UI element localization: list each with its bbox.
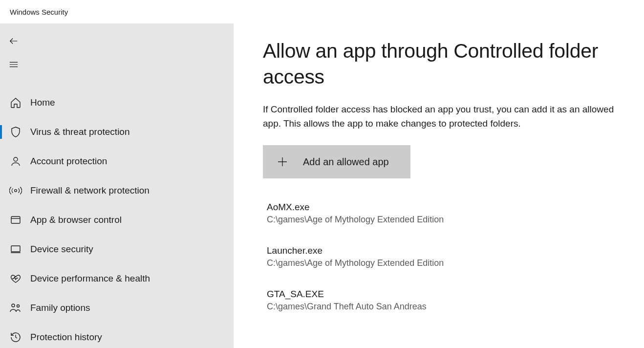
family-icon [9,301,22,315]
titlebar: Windows Security [0,0,644,23]
sidebar-item-label: Virus & threat protection [30,127,129,137]
svg-point-1 [15,190,17,192]
page-description: If Controlled folder access has blocked … [263,102,621,131]
sidebar-item-performance[interactable]: Device performance & health [0,264,234,293]
list-item[interactable]: Launcher.exe C:\games\Age of Mythology E… [263,245,621,268]
shield-icon [9,125,22,139]
sidebar-item-app-browser[interactable]: App & browser control [0,205,234,235]
home-icon [9,96,22,109]
hamburger-menu-button[interactable] [2,53,25,76]
sidebar-item-firewall[interactable]: Firewall & network protection [0,176,234,205]
app-path-label: C:\games\Age of Mythology Extended Editi… [267,215,621,225]
sidebar-item-label: Protection history [30,332,102,343]
svg-rect-3 [11,246,20,252]
sidebar-item-label: Device performance & health [30,273,150,284]
svg-point-4 [12,304,15,307]
app-name-label: AoMX.exe [267,202,621,213]
app-path-label: C:\games\Grand Theft Auto San Andreas [267,302,621,312]
list-item[interactable]: GTA_SA.EXE C:\games\Grand Theft Auto San… [263,289,621,312]
app-path-label: C:\games\Age of Mythology Extended Editi… [267,258,621,268]
sidebar-item-label: Account protection [30,156,107,167]
nav-list: Home Virus & threat protection Account p… [0,88,234,348]
sidebar-item-virus-threat[interactable]: Virus & threat protection [0,117,234,147]
device-icon [9,242,22,256]
history-icon [9,330,22,344]
sidebar-item-label: Family options [30,303,90,313]
add-button-label: Add an allowed app [303,156,389,168]
app-name-label: GTA_SA.EXE [267,289,621,300]
app-name-label: Windows Security [10,8,68,16]
hamburger-icon [8,59,19,70]
add-allowed-app-button[interactable]: Add an allowed app [263,145,410,178]
app-name-label: Launcher.exe [267,245,621,256]
sidebar-item-history[interactable]: Protection history [0,323,234,348]
sidebar-item-label: Device security [30,244,93,255]
plus-icon [277,156,288,168]
page-title: Allow an app through Controlled folder a… [263,38,621,90]
list-item[interactable]: AoMX.exe C:\games\Age of Mythology Exten… [263,202,621,225]
sidebar-item-family[interactable]: Family options [0,293,234,323]
svg-point-5 [17,305,20,307]
sidebar-item-label: Firewall & network protection [30,185,150,196]
sidebar-item-home[interactable]: Home [0,88,234,117]
account-icon [9,154,22,168]
back-arrow-icon [8,36,19,46]
sidebar-item-device-security[interactable]: Device security [0,235,234,264]
network-icon [9,184,22,197]
main-content: Allow an app through Controlled folder a… [234,23,644,348]
svg-point-0 [14,157,18,161]
svg-rect-2 [11,217,20,223]
browser-icon [9,213,22,227]
sidebar-item-label: Home [30,97,55,108]
sidebar-item-label: App & browser control [30,215,122,225]
allowed-apps-list: AoMX.exe C:\games\Age of Mythology Exten… [263,202,621,312]
heart-icon [9,272,22,285]
sidebar-item-account[interactable]: Account protection [0,147,234,176]
back-button[interactable] [2,29,25,53]
sidebar: Home Virus & threat protection Account p… [0,23,234,348]
